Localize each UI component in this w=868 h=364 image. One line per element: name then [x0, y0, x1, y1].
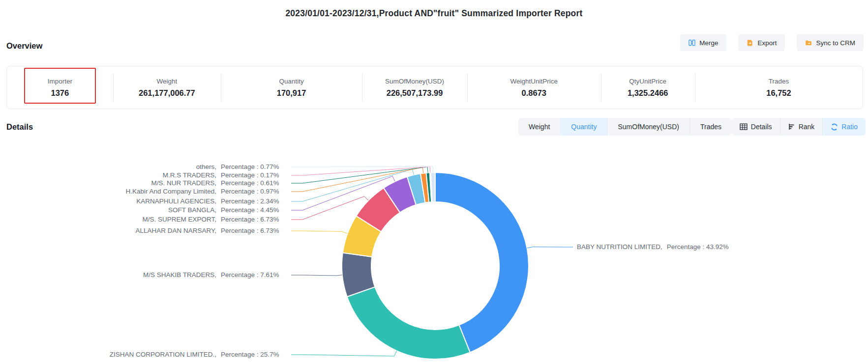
importer-highlight-box: [24, 68, 96, 104]
details-view-button[interactable]: Details: [732, 118, 780, 136]
stat-value: 16,752: [766, 88, 791, 98]
leader-line: [291, 167, 428, 183]
chart-label-name: BABY NUTRITION LIMITED,: [577, 242, 662, 252]
stat-item: SumOfMoney(USD)226,507,173.99: [362, 66, 467, 109]
sync-to-crm-button[interactable]: Sync to CRM: [797, 34, 864, 51]
rank-view-button[interactable]: Rank: [780, 118, 823, 136]
tab-trades[interactable]: Trades: [689, 118, 732, 136]
measure-tabs: WeightQuantitySumOfMoney(USD)Trades: [518, 118, 732, 136]
donut-slice[interactable]: [426, 172, 432, 202]
chart-label-name: M/S. SUPREM EXPORT,: [69, 215, 216, 224]
export-button-label: Export: [757, 39, 777, 47]
leader-line: [291, 196, 368, 220]
chart-label-percentage: Percentage : 0.17%: [221, 170, 279, 180]
chart-label: ZISHAN CORPORATION LIMITED.,Percentage :…: [69, 350, 279, 360]
stat-item: QtyUnitPrice1,325.2466: [601, 66, 695, 109]
chart-label-name: H.Kabir And Company Limited,: [69, 187, 216, 196]
stat-value: 261,177,006.77: [139, 88, 195, 98]
table-icon: [740, 123, 748, 130]
tab-sumofmoney-usd-[interactable]: SumOfMoney(USD): [607, 118, 689, 136]
chart-label-name: others,: [69, 162, 216, 172]
stat-value: 1376: [51, 88, 69, 98]
stat-item: Trades16,752: [695, 66, 863, 109]
stat-value: 226,507,173.99: [387, 88, 443, 98]
stat-label: Quantity: [279, 78, 303, 85]
chart-label-percentage: Percentage : 7.61%: [221, 270, 279, 280]
stat-label: QtyUnitPrice: [629, 78, 666, 85]
leader-line: [291, 168, 423, 192]
merge-cells-icon: [688, 39, 695, 46]
stat-value: 170,917: [277, 88, 306, 98]
chart-label-name: SOFT BANGLA,: [69, 205, 216, 215]
chart-label-percentage: Percentage : 43.92%: [667, 242, 729, 252]
stat-label: WeightUnitPrice: [510, 78, 558, 85]
chart-label-percentage: Percentage : 25.7%: [221, 350, 279, 360]
leader-line: [291, 231, 348, 234]
leader-line: [291, 167, 433, 172]
details-view-label: Details: [751, 123, 772, 131]
stat-item: Quantity170,917: [221, 66, 362, 109]
chart-label: H.Kabir And Company Limited,Percentage :…: [69, 187, 279, 196]
chart-label-name: M.R.S TRADERS,: [69, 170, 216, 180]
donut-slice[interactable]: [430, 172, 432, 202]
chart-label: BABY NUTRITION LIMITED,Percentage : 43.9…: [577, 242, 729, 252]
tab-weight[interactable]: Weight: [518, 118, 560, 136]
ratio-view-label: Ratio: [841, 123, 858, 131]
chart-label-percentage: Percentage : 0.77%: [221, 162, 279, 172]
export-button[interactable]: Export: [738, 34, 785, 51]
export-file-icon: [747, 39, 753, 46]
chart-label-percentage: Percentage : 0.97%: [221, 187, 279, 196]
top-actions: Merge Export Sync to CRM: [680, 34, 864, 51]
chart-label: ALLAHAR DAN NARSARY,Percentage : 6.73%: [69, 226, 279, 236]
donut-slice[interactable]: [435, 172, 529, 352]
chart-label: SOFT BANGLA,Percentage : 4.45%: [69, 205, 279, 215]
merge-button[interactable]: Merge: [680, 34, 726, 51]
rank-view-label: Rank: [799, 123, 815, 131]
leader-line: [291, 167, 430, 175]
sync-to-crm-button-label: Sync to CRM: [816, 39, 855, 47]
donut-slice[interactable]: [384, 177, 416, 213]
donut-slice[interactable]: [407, 173, 425, 205]
stat-item: Importer1376: [7, 66, 113, 109]
stat-item: Weight261,177,006.77: [113, 66, 221, 109]
ratio-icon: [831, 123, 838, 131]
view-tabs: Details Rank Ratio: [732, 118, 866, 136]
chart-label: KARNAPHULI AGENCIES,Percentage : 2.34%: [69, 196, 279, 206]
donut-slice[interactable]: [347, 287, 470, 359]
tab-quantity[interactable]: Quantity: [560, 118, 607, 136]
chart-label-percentage: Percentage : 4.45%: [221, 205, 279, 215]
chart-label-name: ZISHAN CORPORATION LIMITED.,: [69, 350, 216, 360]
chart-label: M.R.S TRADERS,Percentage : 0.17%: [69, 170, 279, 180]
chart-label: M/S SHAKIB TRADERS,Percentage : 7.61%: [69, 270, 279, 280]
chart-label-percentage: Percentage : 6.73%: [221, 215, 279, 224]
leader-line: [291, 275, 342, 276]
chart-label-percentage: Percentage : 6.73%: [221, 226, 279, 236]
leader-line: [291, 169, 414, 201]
rank-icon: [788, 123, 795, 130]
stat-value: 1,325.2466: [628, 88, 668, 98]
donut-slice[interactable]: [343, 216, 381, 257]
ratio-view-button[interactable]: Ratio: [822, 118, 866, 136]
chart-label: M/S. SUPREM EXPORT,Percentage : 6.73%: [69, 215, 279, 224]
stat-item: WeightUnitPrice0.8673: [467, 66, 600, 109]
stat-label: Weight: [156, 78, 177, 85]
chart-label-name: ALLAHAR DAN NARSARY,: [69, 226, 216, 236]
donut-slice[interactable]: [420, 173, 429, 203]
stat-value: 0.8673: [522, 88, 546, 98]
chart-label-name: KARNAPHULI AGENCIES,: [69, 196, 216, 206]
chart-label-percentage: Percentage : 2.34%: [221, 196, 279, 206]
stat-label: SumOfMoney(USD): [385, 78, 444, 85]
page-title: 2023/01/01-2023/12/31,Product AND"fruit"…: [0, 8, 868, 19]
donut-slice[interactable]: [431, 172, 435, 202]
donut-slice[interactable]: [342, 252, 375, 297]
leader-line: [291, 176, 395, 210]
overview-heading: Overview: [6, 41, 42, 51]
folder-sync-icon: [805, 39, 812, 46]
merge-button-label: Merge: [699, 39, 718, 47]
chart-label-name: M/S SHAKIB TRADERS,: [69, 270, 216, 280]
stat-label: Importer: [48, 78, 72, 85]
report-page: 2023/01/01-2023/12/31,Product AND"fruit"…: [0, 0, 868, 364]
donut-slice[interactable]: [356, 188, 400, 232]
leader-line: [527, 247, 573, 248]
details-heading: Details: [6, 122, 33, 132]
